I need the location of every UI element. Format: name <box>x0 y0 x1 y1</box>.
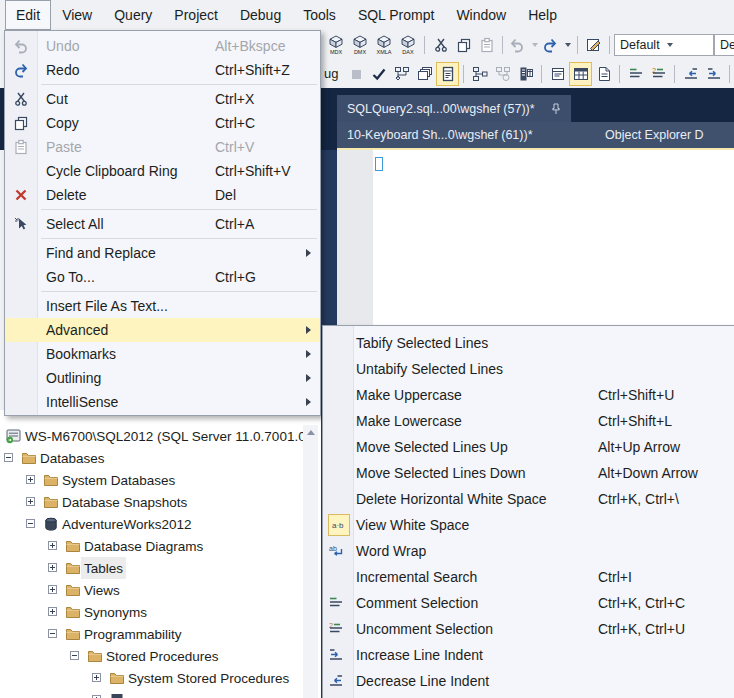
tree-node-programmability[interactable]: Programmability <box>0 623 321 645</box>
menu-item-cycle-clipboard-ring[interactable]: Cycle Clipboard RingCtrl+Shift+V <box>5 159 320 183</box>
style-combo[interactable]: Default <box>614 34 714 56</box>
chevron-down-icon <box>532 43 538 47</box>
menu-window[interactable]: Window <box>445 0 517 30</box>
paste-button[interactable] <box>475 33 498 57</box>
submenu-item-make-uppercase[interactable]: Make UppercaseCtrl+Shift+U <box>323 382 734 408</box>
copy-button[interactable] <box>452 33 475 57</box>
menu-item-outlining[interactable]: Outlining <box>5 366 320 390</box>
submenu-item-incremental-search[interactable]: Incremental SearchCtrl+I <box>323 564 734 590</box>
undo-icon <box>13 38 29 54</box>
menu-debug[interactable]: Debug <box>229 0 292 30</box>
query-options-button[interactable] <box>413 62 436 86</box>
menu-view[interactable]: View <box>51 0 103 30</box>
expand-icon[interactable] <box>92 673 101 682</box>
object-explorer-scrollbar[interactable] <box>303 425 318 698</box>
decrease-indent-button[interactable] <box>679 62 702 86</box>
submenu-item-uncomment-selection[interactable]: 2Uncomment SelectionCtrl+K, Ctrl+U <box>323 616 734 642</box>
actual-plan-button[interactable] <box>468 62 491 86</box>
expand-icon[interactable] <box>26 475 35 484</box>
menu-help[interactable]: Help <box>517 0 568 30</box>
pin-icon[interactable] <box>551 103 561 115</box>
tree-node-tables[interactable]: Tables <box>0 557 321 579</box>
menu-tools[interactable]: Tools <box>292 0 347 30</box>
results-pane-button[interactable] <box>436 62 459 86</box>
tree-node-databases[interactable]: Databases <box>0 447 321 469</box>
menu-query[interactable]: Query <box>103 0 163 30</box>
tab-sqlquery2[interactable]: SQLQuery2.sql...00\wgshef (57))* <box>337 95 571 122</box>
menu-item-copy[interactable]: CopyCtrl+C <box>5 111 320 135</box>
live-stats-button[interactable] <box>491 62 514 86</box>
tree-node-database-diagrams[interactable]: Database Diagrams <box>0 535 321 557</box>
collapse-icon[interactable] <box>26 519 35 528</box>
stop-button[interactable] <box>344 62 367 86</box>
menu-project[interactable]: Project <box>163 0 229 30</box>
uncomment-button[interactable]: 2 <box>647 62 670 86</box>
tab-10-keyboard[interactable]: 10-Keyboard Sh...0\wgshef (61))* <box>347 122 533 148</box>
scroll-up-icon[interactable] <box>307 430 315 435</box>
submenu-item-word-wrap[interactable]: abWord Wrap <box>323 538 734 564</box>
menu-edit[interactable]: Edit <box>5 0 51 30</box>
menu-item-paste[interactable]: PasteCtrl+V <box>5 135 320 159</box>
tree-node-synonyms[interactable]: Synonyms <box>0 601 321 623</box>
submenu-item-increase-line-indent[interactable]: Increase Line Indent <box>323 642 734 668</box>
submenu-item-move-selected-lines-down[interactable]: Move Selected Lines DownAlt+Down Arrow <box>323 460 734 486</box>
menu-item-insert-file-as-text[interactable]: Insert File As Text... <box>5 294 320 318</box>
results-grid-button[interactable] <box>569 62 592 86</box>
estimated-plan-button[interactable] <box>390 62 413 86</box>
submenu-item-view-white-space[interactable]: a·bView White Space <box>323 512 734 538</box>
collapse-icon[interactable] <box>48 629 57 638</box>
menu-item-redo[interactable]: RedoCtrl+Shift+Z <box>5 58 320 82</box>
mdx-query-button[interactable]: MDX <box>324 33 348 57</box>
submenu-item-delete-horizontal-white-space[interactable]: Delete Horizontal White SpaceCtrl+K, Ctr… <box>323 486 734 512</box>
menu-item-delete[interactable]: DeleteDel <box>5 183 320 207</box>
submenu-item-decrease-line-indent[interactable]: Decrease Line Indent <box>323 668 734 694</box>
collapse-icon[interactable] <box>70 651 79 660</box>
tree-node-system-databases[interactable]: System Databases <box>0 469 321 491</box>
menu-item-bookmarks[interactable]: Bookmarks <box>5 342 320 366</box>
template-parameters-button[interactable] <box>582 33 605 57</box>
secondary-combo[interactable]: Default <box>714 34 734 56</box>
redo-button[interactable] <box>540 33 573 57</box>
submenu-item-move-selected-lines-up[interactable]: Move Selected Lines UpAlt+Up Arrow <box>323 434 734 460</box>
expand-icon[interactable] <box>48 585 57 594</box>
menu-item-cut[interactable]: CutCtrl+X <box>5 87 320 111</box>
xmla-query-button[interactable]: XMLA <box>372 33 396 57</box>
expand-icon[interactable] <box>48 563 57 572</box>
tree-node-adventureworks2012[interactable]: AdventureWorks2012 <box>0 513 321 535</box>
menu-item-undo[interactable]: UndoAlt+Bkspce <box>5 34 320 58</box>
menu-item-advanced[interactable]: Advanced <box>5 318 320 342</box>
menu-separator <box>41 238 317 239</box>
submenu-item-comment-selection[interactable]: Comment SelectionCtrl+K, Ctrl+C <box>323 590 734 616</box>
comment-button[interactable] <box>624 62 647 86</box>
submenu-item-make-lowercase[interactable]: Make LowercaseCtrl+Shift+L <box>323 408 734 434</box>
menu-item-intellisense[interactable]: IntelliSense <box>5 390 320 414</box>
tree-node-stored-procedures[interactable]: Stored Procedures <box>0 645 321 667</box>
menu-sql-prompt[interactable]: SQL Prompt <box>347 0 446 30</box>
results-file-button[interactable] <box>592 62 615 86</box>
increase-indent-button[interactable] <box>702 62 725 86</box>
menu-item-find-and-replace[interactable]: Find and Replace <box>5 241 320 265</box>
tree-node-system-stored-procedures[interactable]: System Stored Procedures <box>0 667 321 689</box>
menu-item-go-to[interactable]: Go To...Ctrl+G <box>5 265 320 289</box>
undo-button[interactable] <box>507 33 540 57</box>
expand-icon[interactable] <box>48 541 57 550</box>
results-text-button[interactable] <box>546 62 569 86</box>
tab-object-explorer-details[interactable]: Object Explorer D <box>605 122 704 148</box>
tree-node-database-snapshots[interactable]: Database Snapshots <box>0 491 321 513</box>
client-statistics-button[interactable] <box>514 62 537 86</box>
expand-icon[interactable] <box>48 607 57 616</box>
cut-button[interactable] <box>429 33 452 57</box>
toolbar-separator <box>729 65 730 83</box>
dmx-query-button[interactable]: DMX <box>348 33 372 57</box>
debug-button-partial[interactable]: ug <box>324 66 338 81</box>
submenu-item-tabify-selected-lines[interactable]: Tabify Selected Lines <box>323 330 734 356</box>
menu-item-select-all[interactable]: Select AllCtrl+A <box>5 212 320 236</box>
parse-check-button[interactable] <box>367 62 390 86</box>
tree-node-ws-m6700-sql2012-sql-server-11-0-7001-0[interactable]: WS-M6700\SQL2012 (SQL Server 11.0.7001.0 <box>0 425 321 447</box>
tree-node-views[interactable]: Views <box>0 579 321 601</box>
dax-query-button[interactable]: DAX <box>396 33 420 57</box>
submenu-item-untabify-selected-lines[interactable]: Untabify Selected Lines <box>323 356 734 382</box>
expand-icon[interactable] <box>26 497 35 506</box>
collapse-icon[interactable] <box>4 453 13 462</box>
tree-node-partial[interactable] <box>0 689 321 698</box>
